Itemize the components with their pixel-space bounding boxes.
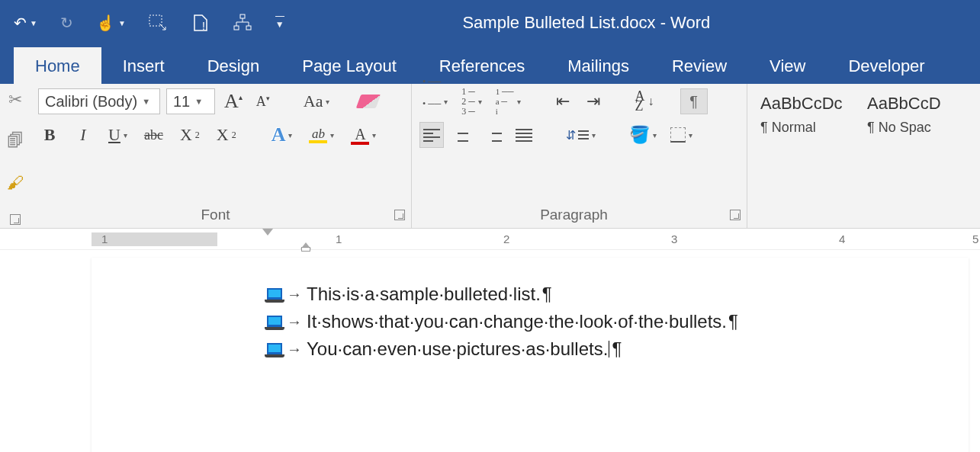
ruler-number: 1 bbox=[336, 232, 342, 245]
qat-customize-button[interactable]: ▼ bbox=[275, 16, 284, 30]
text-cursor bbox=[609, 341, 609, 357]
highlight-icon: ab bbox=[309, 127, 327, 143]
tab-view[interactable]: View bbox=[748, 47, 827, 84]
align-left-icon bbox=[423, 129, 440, 142]
justify-icon bbox=[516, 129, 532, 142]
brush-icon: 🖌 bbox=[7, 173, 24, 192]
qat-button-newdoc[interactable]: ! bbox=[191, 14, 210, 32]
cut-button[interactable]: ✂ bbox=[8, 90, 22, 110]
multilevel-list-button[interactable]: ▾ bbox=[493, 88, 524, 114]
grow-font-button[interactable]: A▴ bbox=[221, 88, 246, 114]
chevron-down-icon: ▾ bbox=[330, 131, 334, 139]
bold-button[interactable]: B bbox=[38, 122, 61, 148]
ruler-number: 1 bbox=[101, 232, 108, 245]
tab-home[interactable]: Home bbox=[14, 47, 101, 84]
superscript-button[interactable]: X2 bbox=[214, 122, 239, 148]
tab-review[interactable]: Review bbox=[651, 47, 748, 84]
decrease-indent-button[interactable]: ⇤ bbox=[551, 88, 574, 114]
format-painter-button[interactable]: 🖌 bbox=[7, 173, 24, 193]
dropdown-caret-icon: ▼ bbox=[30, 19, 37, 27]
line-text: It·shows·that·you·can·change·the·look·of… bbox=[307, 311, 727, 332]
style-normal[interactable]: AaBbCcDc ¶ Normal bbox=[753, 88, 853, 141]
line-spacing-button[interactable]: ⇵▾ bbox=[563, 122, 599, 148]
document-page[interactable]: → This·is·a·sample·bulleted·list. ¶ → It… bbox=[92, 258, 969, 452]
style-sample: AaBbCcD bbox=[867, 94, 953, 114]
underline-button[interactable]: U▾ bbox=[105, 122, 130, 148]
change-case-button[interactable]: Aa▾ bbox=[300, 88, 333, 114]
font-name-value: Calibri (Body) bbox=[45, 93, 137, 111]
highlight-button[interactable]: ab ▾ bbox=[306, 122, 337, 148]
qat-button-select[interactable] bbox=[149, 14, 169, 31]
qat-button-org[interactable] bbox=[233, 14, 252, 32]
tab-developer[interactable]: Developer bbox=[827, 47, 946, 84]
align-center-button[interactable] bbox=[451, 122, 474, 148]
list-item[interactable]: → You·can·even·use·pictures·as·bullets. … bbox=[267, 335, 969, 363]
chevron-down-icon: ▾ bbox=[124, 131, 127, 139]
chevron-down-icon: ▾ bbox=[478, 98, 482, 106]
strike-icon: abc bbox=[144, 127, 163, 143]
list-item[interactable]: → It·shows·that·you·can·change·the·look·… bbox=[267, 308, 969, 335]
selection-icon bbox=[149, 14, 169, 31]
change-case-icon: Aa bbox=[304, 91, 323, 111]
paragraph-group-label: Paragraph bbox=[418, 207, 730, 223]
chevron-down-icon: ▾ bbox=[653, 131, 657, 139]
clear-formatting-button[interactable] bbox=[355, 88, 381, 114]
list-item[interactable]: → This·is·a·sample·bulleted·list. ¶ bbox=[267, 280, 969, 308]
redo-button[interactable]: ↻ bbox=[60, 14, 73, 32]
first-line-indent-marker[interactable] bbox=[262, 229, 273, 236]
justify-button[interactable] bbox=[512, 122, 535, 148]
numbering-button[interactable]: ▾ bbox=[458, 88, 485, 114]
font-name-combo[interactable]: Calibri (Body) ▼ bbox=[38, 88, 160, 114]
paragraph-launcher[interactable] bbox=[730, 210, 741, 220]
paragraph-mark: ¶ bbox=[728, 311, 738, 332]
sort-button[interactable]: A Z ↓ bbox=[632, 88, 657, 114]
underline-icon: U bbox=[108, 125, 120, 145]
line-text: This·is·a·sample·bulleted·list. bbox=[307, 284, 541, 305]
align-left-button[interactable] bbox=[419, 122, 444, 148]
border-icon bbox=[670, 127, 686, 143]
text-effects-button[interactable]: A▾ bbox=[268, 122, 296, 148]
shrink-font-icon: A▾ bbox=[256, 94, 270, 110]
increase-indent-button[interactable]: ⇥ bbox=[582, 88, 605, 114]
italic-button[interactable]: I bbox=[72, 122, 95, 148]
tab-mark: → bbox=[287, 313, 302, 331]
picture-bullet-icon bbox=[267, 288, 282, 300]
tab-insert[interactable]: Insert bbox=[101, 47, 186, 84]
tab-mailings[interactable]: Mailings bbox=[546, 47, 651, 84]
style-sample: AaBbCcDc bbox=[760, 94, 846, 114]
tab-page-layout[interactable]: Page Layout bbox=[281, 47, 418, 84]
svg-text:!: ! bbox=[202, 20, 205, 32]
font-launcher[interactable] bbox=[394, 210, 405, 220]
left-indent-marker[interactable] bbox=[301, 247, 310, 252]
clipboard-launcher[interactable] bbox=[10, 214, 21, 225]
svg-rect-3 bbox=[234, 26, 239, 30]
shading-button[interactable]: 🪣▾ bbox=[626, 122, 660, 148]
eraser-icon bbox=[356, 95, 381, 108]
bullets-button[interactable]: ▾ bbox=[419, 88, 451, 114]
shrink-font-button[interactable]: A▾ bbox=[252, 88, 275, 114]
subscript-button[interactable]: X2 bbox=[177, 122, 203, 148]
font-color-icon: A bbox=[351, 126, 369, 145]
touch-mode-button[interactable]: ☝▼ bbox=[96, 14, 126, 32]
style-no-spacing[interactable]: AaBbCcD ¶ No Spac bbox=[860, 88, 959, 141]
dropdown-caret-icon: ▼ bbox=[118, 19, 126, 27]
chevron-down-icon: ▾ bbox=[444, 98, 448, 106]
picture-bullet-icon bbox=[267, 316, 282, 328]
ruler-number: 4 bbox=[839, 232, 845, 245]
strikethrough-button[interactable]: abc bbox=[141, 122, 166, 148]
copy-button[interactable]: 🗐 bbox=[7, 131, 24, 151]
window-title: Sample Bulleted List.docx - Word bbox=[284, 13, 888, 33]
tab-design[interactable]: Design bbox=[186, 47, 281, 84]
undo-button[interactable]: ↶▼ bbox=[14, 14, 37, 32]
chevron-down-icon: ▾ bbox=[689, 131, 692, 139]
font-color-button[interactable]: A ▾ bbox=[348, 122, 379, 148]
line-spacing-icon: ⇵ bbox=[566, 128, 589, 143]
align-right-button[interactable] bbox=[482, 122, 505, 148]
grow-font-icon: A▴ bbox=[224, 90, 243, 113]
show-hide-marks-button[interactable]: ¶ bbox=[680, 88, 708, 114]
horizontal-ruler[interactable]: 1 1 2 3 4 5 bbox=[0, 229, 980, 250]
font-size-combo[interactable]: 11 ▼ bbox=[166, 88, 215, 114]
borders-button[interactable]: ▾ bbox=[667, 122, 696, 148]
text-effects-icon: A bbox=[272, 123, 286, 146]
ruler-number: 2 bbox=[503, 232, 509, 245]
